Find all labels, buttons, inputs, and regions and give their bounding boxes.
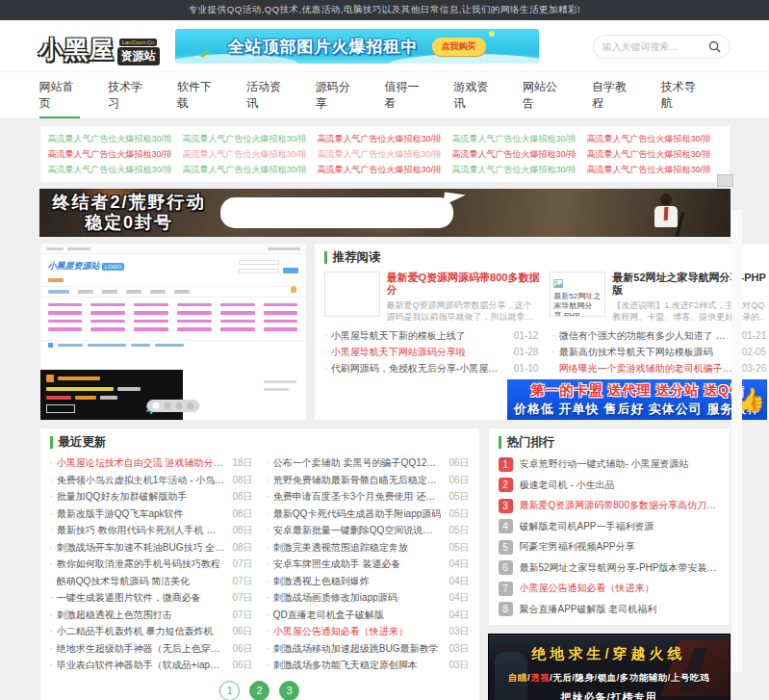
bullet-dot: ·	[50, 640, 53, 658]
top-banner-text: 全站顶部图片火爆招租中	[228, 36, 419, 58]
text-ad-link[interactable]: 高流量人气广告位火爆招租30/排	[452, 162, 587, 177]
site-logo[interactable]: 小黑屋 LanCoun.Cn 资源站	[39, 27, 160, 65]
article-list-item[interactable]: ·酷萌QQ技术导航源码 简洁美化07日	[50, 573, 253, 590]
nav-item[interactable]: 技术学习	[108, 72, 149, 118]
nav-item[interactable]: 源码分享	[316, 72, 357, 118]
kamen-banner-ad[interactable]: 第一的卡盟 送代理 送分站 送Q钻 价格低 开单快 售后好 实体公司 服务最棒 …	[507, 379, 767, 420]
article-list-item[interactable]: ·刺激战场移动加速超级跳BUG最新教学03日	[267, 640, 470, 658]
hot-item-title: 阿豪宅男福利视频APP分享	[520, 540, 635, 554]
text-ad-link[interactable]: 高流量人气广告位火爆招租30/排	[318, 146, 452, 162]
article-list-item[interactable]: ·荒野免费辅助最新骨骼自瞄无后稳定大号06日	[267, 472, 470, 489]
pubg-cf-banner-ad[interactable]: 绝地求生/穿越火线 自瞄/透视/无后/隐身/锁血/多功能辅助/上号吃鸡 把妹必备…	[488, 634, 731, 700]
nav-item[interactable]: 值得一看	[384, 72, 425, 118]
text-ad-link[interactable]: 高流量人气广告位火爆招租30/排	[183, 162, 318, 177]
article-list-item[interactable]: ·小黑屋公告通知必看（快进来）03日	[267, 623, 470, 640]
nav-item[interactable]: 网站公告	[523, 72, 564, 118]
hot-rank-item[interactable]: 8聚合直播APP破解版 老司机福利	[499, 602, 720, 616]
text-ad-link[interactable]: 高流量人气广告位火爆招租30/排	[48, 131, 183, 146]
hot-rank-item[interactable]: 2极速老司机 - 小生出品	[499, 478, 720, 492]
game-banner-ad[interactable]: 终结者2/荒野行动 稳定0封号	[39, 189, 731, 237]
article-list-item[interactable]: ·批量加QQ好友加群破解版助手08日	[50, 488, 253, 506]
nav-item[interactable]: 游戏资讯	[453, 72, 495, 118]
text-ad-link[interactable]: 高流量人气广告位火爆招租30/排	[183, 146, 318, 162]
article-list-item[interactable]: ·刺激战场开车加速不耗油BUG技巧 全军出击刺08日	[50, 539, 253, 557]
text-ad-link[interactable]: 高流量人气广告位火爆招租30/排	[318, 162, 452, 177]
text-ad-link[interactable]: 高流量人气广告位火爆招租30/排	[48, 162, 183, 177]
article-list-item[interactable]: ·刺激超稳透视上色范围打击07日	[50, 607, 253, 624]
nav-item[interactable]: 网站首页	[39, 72, 81, 118]
text-ad-link[interactable]: 高流量人气广告位火爆招租30/排	[587, 146, 722, 162]
top-banner-ad[interactable]: 全站顶部图片火爆招租中 点我购买	[175, 29, 539, 64]
article-list-item[interactable]: ·QD直播老司机盒子破解版04日	[267, 607, 470, 624]
carousel-dot[interactable]	[175, 402, 182, 409]
article-list-item[interactable]: ·刺激完美透视范围追踪稳定奔放05日	[267, 539, 470, 557]
article-list-item[interactable]: ·小二精品手机轰炸机 暴力短信轰炸机06日	[50, 623, 253, 640]
text-ad-link[interactable]: 高流量人气广告位火爆招租30/排	[318, 131, 452, 146]
article-list-item[interactable]: ·最新改版手游QQ飞车apk软件08日	[50, 506, 253, 523]
article-list-item[interactable]: ·小黑屋导航天下新的模板上线了01-12	[324, 327, 539, 344]
text-ad-link[interactable]: 高流量人气广告位火爆招租30/排	[587, 162, 722, 177]
article-list-item[interactable]: ·刺激战场多功能飞天稳定原创脚本03日	[267, 657, 470, 674]
carousel-dot[interactable]	[152, 402, 159, 409]
carousel-dot[interactable]	[187, 402, 193, 409]
screenshot-carousel[interactable]: 小黑屋资源站 LOGO ✻	[39, 243, 307, 421]
section-bar	[324, 251, 327, 264]
carousel-dot[interactable]	[164, 402, 170, 409]
page-button[interactable]: 1	[219, 681, 240, 700]
buy-now-button[interactable]: 点我购买	[432, 38, 486, 56]
article-title: 免费申请百度圣卡3个月免费使用 还送爱奇艺	[273, 488, 442, 506]
article-list-item[interactable]: ·小黑屋论坛技术自由交流 游戏辅助分享论坛18日	[50, 454, 253, 472]
article-list-item[interactable]: ·刺激战场画质修改加iapp源码04日	[267, 589, 470, 607]
featured-title[interactable]: 最新爱Q资源网源码带800多数据分	[387, 272, 541, 297]
mini-link	[177, 311, 212, 315]
text-ad-link[interactable]: 高流量人气广告位火爆招租30/排	[452, 146, 587, 162]
search-box[interactable]	[593, 35, 731, 59]
hot-title: 热门排行	[507, 434, 555, 451]
recent-title: 最近更新	[59, 434, 107, 451]
featured-article-1[interactable]: 最新爱Q资源网源码带800多数据分 最新爱Q资源网源码带数据分享，这个源码是我以…	[324, 272, 541, 323]
text-ad-link[interactable]: 高流量人气广告位火爆招租30/排	[452, 131, 587, 146]
hot-rank-item[interactable]: 4破解版老司机APP一手福利资源	[499, 519, 720, 533]
article-list-item[interactable]: ·教你如何取消泄露的手机号码技巧教程07日	[50, 556, 253, 573]
article-list-item[interactable]: ·毕业表白软件神器助手（软成品+iapp源代码06日	[50, 657, 253, 674]
article-list-item[interactable]: ·一键生成装逼图片软件，微商必备07日	[50, 589, 253, 607]
nav-item[interactable]: 技术导航	[661, 72, 703, 118]
hot-rank-item[interactable]: 3最新爱Q资源网源码带800多数据分享高仿刀网模板	[499, 499, 720, 513]
text-ad-row: 高流量人气广告位火爆招租30/排高流量人气广告位火爆招租30/排高流量人气广告位…	[48, 162, 722, 177]
bullet-dot: ·	[50, 589, 53, 607]
article-title: 小黑屋公告通知必看（快进来）	[273, 623, 442, 640]
article-list-item[interactable]: ·公布一个卖辅助 卖黑号的骗子QQ125825992506日	[267, 454, 470, 472]
text-ad-link[interactable]: 高流量人气广告位火爆招租30/排	[183, 131, 318, 146]
article-list-item[interactable]: ·免费领小鸟云虚拟主机1年活动 - 小鸟云计算08日	[50, 472, 253, 489]
search-input[interactable]	[602, 41, 708, 52]
section-bar	[50, 436, 53, 449]
article-list-item[interactable]: ·免费申请百度圣卡3个月免费使用 还送爱奇艺05日	[267, 488, 470, 506]
article-date: 05日	[449, 506, 469, 523]
hot-rank-item[interactable]: 5阿豪宅男福利视频APP分享	[499, 540, 720, 555]
article-list-item[interactable]: ·最新技巧 教你用代码卡死别人手机 微信代码08日	[50, 522, 253, 539]
hot-rank-item[interactable]: 1安卓荒野行动一键式辅助- 小黑屋资源站	[499, 457, 720, 472]
featured-title[interactable]: 最新52网址之家导航网分享-PHP版	[612, 272, 766, 297]
text-ad-link[interactable]: 高流量人气广告位火爆招租30/排	[48, 146, 183, 162]
search-icon[interactable]	[708, 40, 721, 53]
mini-browser-bar	[40, 244, 306, 254]
hot-rank-item[interactable]: 7小黑屋公告通知必看（快进来）	[499, 582, 720, 596]
page-button[interactable]: 3	[279, 681, 299, 700]
article-list-item[interactable]: ·最新QQ卡死代码生成器助手附iapp源码05日	[267, 506, 470, 523]
hot-rank-item[interactable]: 6最新52网址之家导航网分享-PHP版本带安装教程-QQ技术	[499, 560, 720, 575]
article-list-item[interactable]: ·安卓车牌照生成助手 装逼必备04日	[267, 556, 470, 573]
article-list-item[interactable]: ·安卓最新批量一键删除QQ空间说说软件05日	[267, 522, 470, 539]
nav-item[interactable]: 自学教程	[592, 72, 633, 118]
page-button[interactable]: 2	[249, 681, 269, 700]
bullet-dot: ·	[267, 623, 269, 640]
article-list-item[interactable]: ·绝地求生超级助手神器（无后上色穿门等等）06日	[50, 640, 253, 658]
nav-item[interactable]: 活动资讯	[246, 72, 288, 118]
article-date: 01-10	[514, 360, 539, 376]
article-list-item[interactable]: ·刺激透视上色稳到爆炸04日	[267, 573, 470, 590]
article-list-item[interactable]: ·小黑屋导航天下网站源码分享啦01-28	[324, 344, 539, 360]
article-title: 小二精品手机轰炸机 暴力短信轰炸机	[57, 623, 225, 640]
article-list-item[interactable]: ·代刷网源码，免授权无后分享-小黑屋资源站01-10	[324, 360, 539, 376]
nav-item[interactable]: 软件下载	[177, 72, 218, 118]
text-ad-link[interactable]: 高流量人气广告位火爆招租30/排	[587, 131, 722, 146]
carousel-dots[interactable]	[146, 400, 199, 412]
